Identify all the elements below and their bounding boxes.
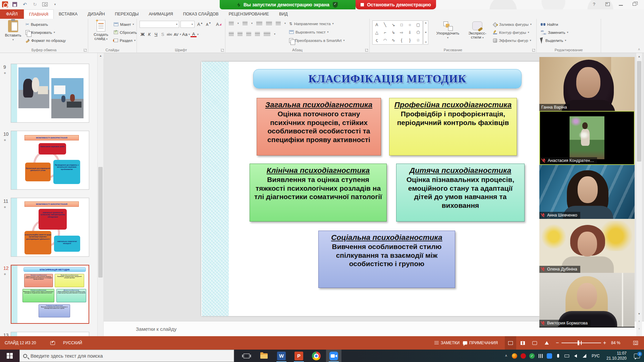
shrink-font-button[interactable]: А▼ bbox=[206, 21, 211, 28]
italic-button[interactable]: К bbox=[146, 32, 152, 37]
convert-smartart-button[interactable]: Преобразовать в SmartArt▾ bbox=[289, 37, 345, 44]
format-painter-button[interactable]: Формат по образцу bbox=[25, 37, 66, 44]
help-button[interactable]: ? bbox=[591, 1, 597, 7]
tab-slideshow[interactable]: ПОКАЗ СЛАЙДОВ bbox=[178, 9, 224, 19]
tab-review[interactable]: РЕЦЕНЗИРОВАНИЕ bbox=[224, 9, 274, 19]
align-right-button[interactable] bbox=[246, 32, 251, 36]
cut-button[interactable]: ✂Вырезать bbox=[25, 21, 48, 28]
shape-fill-button[interactable]: Заливка фигуры▾ bbox=[493, 21, 532, 28]
fit-to-window-button[interactable] bbox=[633, 336, 638, 350]
bullets-button[interactable] bbox=[229, 21, 234, 25]
clock[interactable]: 11:0721.10.2020 bbox=[603, 350, 630, 362]
numbering-button[interactable] bbox=[243, 21, 248, 25]
tab-view[interactable]: ВИД bbox=[274, 9, 293, 19]
box-clinical-psychodiagnostics[interactable]: Клінічна психодіагностика Виявлення та о… bbox=[250, 164, 387, 222]
file-explorer-button[interactable] bbox=[256, 350, 272, 362]
section-button[interactable]: Раздел▾ bbox=[114, 37, 136, 44]
save-button[interactable] bbox=[11, 1, 18, 8]
shapes-gallery[interactable]: A╲ ↘□ ○▢ △⌐ ↳⇨ ⇩⬠ ς◠ ∿{ }☆ bbox=[372, 20, 423, 45]
comments-toggle[interactable]: ПРИМЕЧАНИЯ bbox=[463, 336, 498, 350]
participant-video[interactable]: Олена Дубініна bbox=[539, 219, 635, 273]
slide-scrollbar[interactable]: ▲ ▼ « « bbox=[636, 53, 642, 336]
quick-styles-button[interactable]: Экспресс-стили ▾ bbox=[465, 21, 490, 39]
ribbon-options-button[interactable] bbox=[604, 1, 610, 7]
undo-button[interactable]: ↶ bbox=[21, 1, 28, 8]
paragraph-dialog-launcher[interactable] bbox=[365, 49, 368, 52]
word-button[interactable]: W bbox=[274, 350, 289, 362]
chrome-button[interactable] bbox=[309, 350, 324, 362]
thumbnail-slide-11[interactable]: 11 ✶ МОЖЛИВОСТІ ВИКОРИСТАННЯ навчальні т… bbox=[0, 198, 97, 265]
start-slideshow-button[interactable] bbox=[42, 1, 48, 8]
thumbnail-slide-9[interactable]: 9 ✶ bbox=[0, 64, 97, 131]
new-slide-button[interactable]: Создатьслайд ▾ bbox=[91, 20, 111, 41]
zoom-out-button[interactable]: − bbox=[556, 336, 559, 350]
redo-button[interactable]: ↻ bbox=[32, 1, 38, 8]
slide-title-box[interactable]: КЛАСИФІКАЦІЯ МЕТОДИК bbox=[253, 69, 522, 88]
thumbnail-slide-10[interactable]: 10 ✶ МОЖЛИВОСТІ ВИКОРИСТАННЯ Написання н… bbox=[0, 131, 97, 198]
reset-button[interactable]: Сбросить bbox=[114, 29, 137, 36]
zoom-in-button[interactable]: + bbox=[603, 336, 606, 350]
shadow-button[interactable]: S bbox=[160, 32, 166, 37]
font-size-combo[interactable]: ▾ bbox=[180, 21, 195, 28]
notes-toggle[interactable]: ЗАМЕТКИ bbox=[434, 336, 460, 350]
tab-insert[interactable]: ВСТАВКА bbox=[54, 9, 83, 19]
zoom-level[interactable]: 84 % bbox=[611, 336, 620, 350]
text-direction-button[interactable]: ⇅Направление текста▾ bbox=[289, 20, 334, 27]
stop-sharing-button[interactable]: Остановить демонстрацию bbox=[356, 0, 436, 9]
arrange-button[interactable]: Упорядочить▾ bbox=[433, 21, 463, 39]
shape-outline-button[interactable]: Контур фигуры▾ bbox=[493, 29, 529, 36]
powerpoint-button[interactable]: P bbox=[291, 350, 307, 362]
drawing-dialog-launcher[interactable] bbox=[532, 49, 535, 52]
tab-animation[interactable]: АНИМАЦИЯ bbox=[144, 9, 178, 19]
scroll-up-icon[interactable]: ▲ bbox=[98, 53, 104, 59]
scroll-up-icon[interactable]: ▲ bbox=[636, 54, 642, 59]
previous-slide-button[interactable]: « bbox=[636, 318, 642, 324]
volume-mixer-icon[interactable] bbox=[537, 350, 545, 362]
paste-button[interactable]: Вставить▾ bbox=[3, 20, 23, 41]
columns-button[interactable] bbox=[264, 32, 270, 36]
copy-button[interactable]: Копировать▾ bbox=[25, 29, 55, 36]
firefox-icon[interactable] bbox=[511, 350, 519, 362]
char-spacing-button[interactable]: AV bbox=[173, 33, 179, 37]
restore-button[interactable] bbox=[631, 1, 637, 7]
tab-design[interactable]: ДИЗАЙН bbox=[83, 9, 110, 19]
antivirus-icon[interactable]: ✓ bbox=[528, 350, 536, 362]
strikethrough-button[interactable]: abc bbox=[166, 33, 172, 36]
tab-transitions[interactable]: ПЕРЕХОДЫ bbox=[110, 9, 144, 19]
start-button[interactable] bbox=[0, 350, 19, 362]
task-view-button[interactable] bbox=[239, 350, 254, 362]
thumbnail-slide-12[interactable]: 12 ✶ КЛАСИФІКАЦІЯ МЕТОДИК Загальна психо… bbox=[0, 265, 97, 332]
participant-video[interactable]: Анастасия Кондратен… bbox=[539, 111, 635, 165]
find-button[interactable]: Найти bbox=[541, 21, 558, 28]
participant-video[interactable]: Анна Шевченко bbox=[539, 165, 635, 219]
clear-format-button[interactable]: А◢ bbox=[216, 21, 221, 28]
view-reading-button[interactable] bbox=[529, 336, 540, 350]
speaker-icon[interactable] bbox=[572, 350, 580, 362]
view-slideshow-button[interactable] bbox=[541, 336, 552, 350]
change-case-button[interactable]: Аа bbox=[182, 32, 188, 37]
participant-video[interactable]: Виктория Борматова bbox=[539, 273, 635, 327]
opera-icon[interactable] bbox=[519, 350, 527, 362]
battery-icon[interactable] bbox=[563, 350, 571, 362]
select-button[interactable]: Выделить▾ bbox=[541, 37, 566, 44]
shape-effects-button[interactable]: Эффекты фигур▾ bbox=[493, 37, 531, 44]
box-child-psychodiagnostics[interactable]: Дитяча психодіагностика Оцінка пізнаваль… bbox=[396, 164, 525, 222]
scrollbar-thumb[interactable] bbox=[98, 167, 103, 278]
language-indicator[interactable]: РУССКИЙ bbox=[63, 336, 82, 350]
search-input[interactable] bbox=[31, 353, 218, 359]
scroll-down-icon[interactable]: ▼ bbox=[636, 311, 642, 317]
box-social-psychodiagnostics[interactable]: Соціальна психодіагностика Вивчення особ… bbox=[318, 231, 455, 288]
font-color-button[interactable]: А bbox=[191, 32, 197, 37]
messenger-icon[interactable] bbox=[545, 350, 553, 362]
tray-chevron[interactable]: ˄ bbox=[503, 350, 509, 362]
tab-home[interactable]: ГЛАВНАЯ bbox=[24, 9, 54, 19]
thumbnail-slide-13[interactable]: 13 bbox=[0, 332, 97, 336]
increase-indent-button[interactable] bbox=[266, 21, 272, 25]
justify-button[interactable] bbox=[255, 32, 260, 36]
align-left-button[interactable] bbox=[229, 32, 234, 36]
scrollbar-thumb[interactable] bbox=[637, 61, 641, 162]
zoom-app-button[interactable] bbox=[326, 350, 341, 362]
tab-file[interactable]: ФАЙЛ bbox=[0, 9, 24, 19]
next-slide-button[interactable]: « bbox=[636, 326, 642, 331]
thumbnails-scrollbar[interactable]: ▲ bbox=[97, 53, 103, 336]
